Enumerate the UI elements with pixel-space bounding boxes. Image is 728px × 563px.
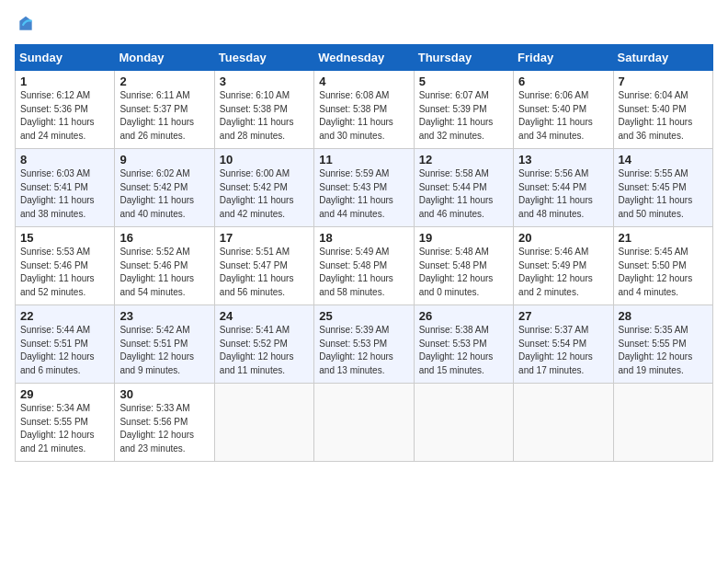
- weekday-header-monday: Monday: [115, 45, 214, 71]
- calendar-cell: 22 Sunrise: 5:44 AMSunset: 5:51 PMDaylig…: [16, 305, 115, 384]
- day-info: Sunrise: 6:10 AMSunset: 5:38 PMDaylight:…: [220, 90, 294, 141]
- day-number: 20: [518, 231, 608, 245]
- day-number: 27: [518, 309, 608, 323]
- calendar-cell: 6 Sunrise: 6:06 AMSunset: 5:40 PMDayligh…: [514, 71, 613, 149]
- day-info: Sunrise: 5:34 AMSunset: 5:55 PMDaylight:…: [20, 403, 95, 454]
- calendar-cell: 10 Sunrise: 6:00 AMSunset: 5:42 PMDaylig…: [214, 149, 313, 227]
- calendar-cell: 29 Sunrise: 5:34 AMSunset: 5:55 PMDaylig…: [16, 384, 115, 462]
- calendar-cell: 19 Sunrise: 5:48 AMSunset: 5:48 PMDaylig…: [414, 227, 513, 305]
- day-number: 21: [619, 231, 708, 245]
- day-info: Sunrise: 5:42 AMSunset: 5:51 PMDaylight:…: [119, 325, 194, 375]
- day-info: Sunrise: 5:45 AMSunset: 5:50 PMDaylight:…: [619, 247, 693, 297]
- day-info: Sunrise: 5:39 AMSunset: 5:53 PMDaylight:…: [319, 325, 393, 375]
- calendar-cell: 27 Sunrise: 5:37 AMSunset: 5:54 PMDaylig…: [514, 305, 613, 384]
- day-number: 29: [20, 387, 109, 401]
- day-number: 4: [319, 75, 408, 88]
- day-info: Sunrise: 5:58 AMSunset: 5:44 PMDaylight:…: [419, 168, 494, 219]
- weekday-header-wednesday: Wednesday: [314, 45, 414, 71]
- day-number: 17: [220, 231, 309, 245]
- day-number: 24: [220, 309, 309, 323]
- calendar-cell: [214, 384, 313, 462]
- calendar-cell: 12 Sunrise: 5:58 AMSunset: 5:44 PMDaylig…: [414, 149, 513, 227]
- day-number: 10: [220, 153, 309, 167]
- calendar-cell: 15 Sunrise: 5:53 AMSunset: 5:46 PMDaylig…: [16, 227, 115, 305]
- calendar-week-2: 8 Sunrise: 6:03 AMSunset: 5:41 PMDayligh…: [16, 149, 713, 227]
- calendar-cell: 24 Sunrise: 5:41 AMSunset: 5:52 PMDaylig…: [214, 305, 313, 384]
- day-info: Sunrise: 6:07 AMSunset: 5:39 PMDaylight:…: [419, 90, 494, 141]
- calendar-cell: 26 Sunrise: 5:38 AMSunset: 5:53 PMDaylig…: [414, 305, 513, 384]
- calendar-cell: 11 Sunrise: 5:59 AMSunset: 5:43 PMDaylig…: [314, 149, 414, 227]
- day-number: 19: [419, 231, 508, 245]
- day-info: Sunrise: 5:52 AMSunset: 5:46 PMDaylight:…: [119, 247, 194, 297]
- calendar-cell: 7 Sunrise: 6:04 AMSunset: 5:40 PMDayligh…: [613, 71, 712, 149]
- calendar-cell: [414, 384, 513, 462]
- calendar-cell: 21 Sunrise: 5:45 AMSunset: 5:50 PMDaylig…: [613, 227, 712, 305]
- day-number: 26: [419, 309, 508, 323]
- day-info: Sunrise: 5:35 AMSunset: 5:55 PMDaylight:…: [619, 325, 693, 375]
- day-number: 1: [20, 75, 109, 88]
- day-number: 15: [20, 231, 109, 245]
- calendar-week-1: 1 Sunrise: 6:12 AMSunset: 5:36 PMDayligh…: [16, 71, 713, 149]
- calendar-cell: 30 Sunrise: 5:33 AMSunset: 5:56 PMDaylig…: [115, 384, 214, 462]
- day-info: Sunrise: 6:00 AMSunset: 5:42 PMDaylight:…: [220, 168, 294, 219]
- day-number: 18: [319, 231, 408, 245]
- day-info: Sunrise: 5:51 AMSunset: 5:47 PMDaylight:…: [220, 247, 294, 297]
- day-number: 28: [619, 309, 708, 323]
- calendar-cell: 1 Sunrise: 6:12 AMSunset: 5:36 PMDayligh…: [16, 71, 115, 149]
- weekday-header-tuesday: Tuesday: [214, 45, 313, 71]
- calendar-cell: 20 Sunrise: 5:46 AMSunset: 5:49 PMDaylig…: [514, 227, 613, 305]
- calendar-cell: 14 Sunrise: 5:55 AMSunset: 5:45 PMDaylig…: [613, 149, 712, 227]
- day-info: Sunrise: 5:55 AMSunset: 5:45 PMDaylight:…: [619, 168, 693, 219]
- weekday-header-thursday: Thursday: [414, 45, 513, 71]
- calendar-table: SundayMondayTuesdayWednesdayThursdayFrid…: [15, 44, 713, 462]
- calendar-week-5: 29 Sunrise: 5:34 AMSunset: 5:55 PMDaylig…: [16, 384, 713, 462]
- day-number: 7: [619, 75, 708, 88]
- day-number: 5: [419, 75, 508, 88]
- day-info: Sunrise: 6:08 AMSunset: 5:38 PMDaylight:…: [319, 90, 393, 141]
- calendar-cell: 25 Sunrise: 5:39 AMSunset: 5:53 PMDaylig…: [314, 305, 414, 384]
- calendar-week-4: 22 Sunrise: 5:44 AMSunset: 5:51 PMDaylig…: [16, 305, 713, 384]
- page-header: [15, 15, 713, 33]
- day-info: Sunrise: 5:59 AMSunset: 5:43 PMDaylight:…: [319, 168, 393, 219]
- day-number: 14: [619, 153, 708, 167]
- day-number: 6: [518, 75, 608, 88]
- day-info: Sunrise: 5:49 AMSunset: 5:48 PMDaylight:…: [319, 247, 393, 297]
- day-info: Sunrise: 5:37 AMSunset: 5:54 PMDaylight:…: [518, 325, 593, 375]
- day-info: Sunrise: 5:46 AMSunset: 5:49 PMDaylight:…: [518, 247, 593, 297]
- day-info: Sunrise: 5:56 AMSunset: 5:44 PMDaylight:…: [518, 168, 593, 219]
- calendar-cell: 5 Sunrise: 6:07 AMSunset: 5:39 PMDayligh…: [414, 71, 513, 149]
- day-number: 3: [220, 75, 309, 88]
- calendar-cell: [514, 384, 613, 462]
- calendar-cell: 2 Sunrise: 6:11 AMSunset: 5:37 PMDayligh…: [115, 71, 214, 149]
- day-number: 13: [518, 153, 608, 167]
- logo-icon: [17, 15, 35, 33]
- day-info: Sunrise: 6:04 AMSunset: 5:40 PMDaylight:…: [619, 90, 693, 141]
- day-info: Sunrise: 5:53 AMSunset: 5:46 PMDaylight:…: [20, 247, 95, 297]
- calendar-cell: 3 Sunrise: 6:10 AMSunset: 5:38 PMDayligh…: [214, 71, 313, 149]
- day-info: Sunrise: 5:41 AMSunset: 5:52 PMDaylight:…: [220, 325, 294, 375]
- day-info: Sunrise: 6:03 AMSunset: 5:41 PMDaylight:…: [20, 168, 95, 219]
- day-info: Sunrise: 5:33 AMSunset: 5:56 PMDaylight:…: [119, 403, 194, 454]
- day-number: 9: [119, 153, 209, 167]
- calendar-cell: [314, 384, 414, 462]
- calendar-week-3: 15 Sunrise: 5:53 AMSunset: 5:46 PMDaylig…: [16, 227, 713, 305]
- weekday-header-friday: Friday: [514, 45, 613, 71]
- day-number: 30: [119, 387, 209, 401]
- day-info: Sunrise: 6:11 AMSunset: 5:37 PMDaylight:…: [119, 90, 194, 141]
- day-number: 12: [419, 153, 508, 167]
- calendar-header-row: SundayMondayTuesdayWednesdayThursdayFrid…: [16, 45, 713, 71]
- calendar-cell: [613, 384, 712, 462]
- day-info: Sunrise: 5:44 AMSunset: 5:51 PMDaylight:…: [20, 325, 95, 375]
- calendar-cell: 16 Sunrise: 5:52 AMSunset: 5:46 PMDaylig…: [115, 227, 214, 305]
- day-info: Sunrise: 5:48 AMSunset: 5:48 PMDaylight:…: [419, 247, 494, 297]
- day-info: Sunrise: 5:38 AMSunset: 5:53 PMDaylight:…: [419, 325, 494, 375]
- calendar-cell: 23 Sunrise: 5:42 AMSunset: 5:51 PMDaylig…: [115, 305, 214, 384]
- day-info: Sunrise: 6:02 AMSunset: 5:42 PMDaylight:…: [119, 168, 194, 219]
- calendar-cell: 28 Sunrise: 5:35 AMSunset: 5:55 PMDaylig…: [613, 305, 712, 384]
- calendar-cell: 17 Sunrise: 5:51 AMSunset: 5:47 PMDaylig…: [214, 227, 313, 305]
- day-number: 22: [20, 309, 109, 323]
- day-info: Sunrise: 6:06 AMSunset: 5:40 PMDaylight:…: [518, 90, 593, 141]
- day-number: 8: [20, 153, 109, 167]
- day-number: 23: [119, 309, 209, 323]
- day-number: 11: [319, 153, 408, 167]
